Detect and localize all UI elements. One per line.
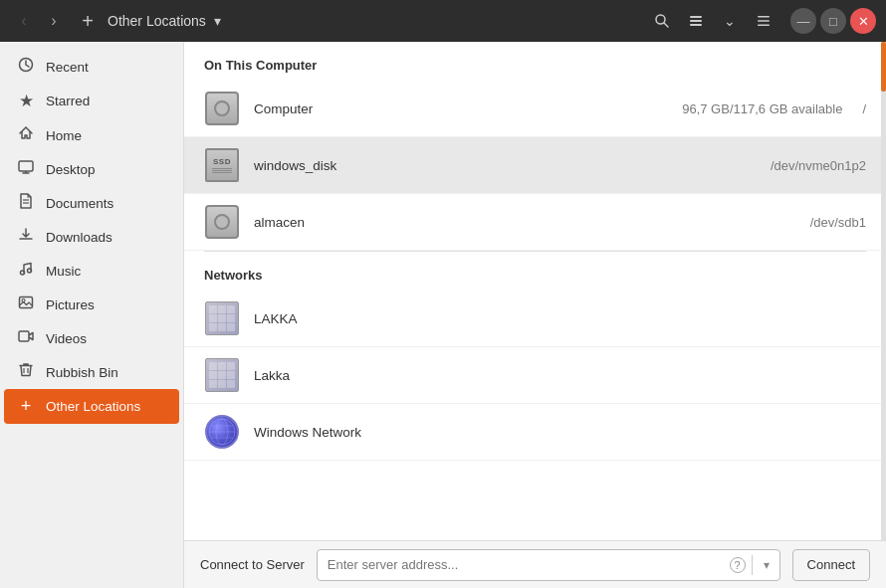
sidebar-item-desktop[interactable]: Desktop (4, 152, 179, 186)
sidebar-item-desktop-label: Desktop (46, 162, 96, 177)
pictures-icon (16, 294, 36, 314)
server-dropdown-button[interactable]: ▾ (753, 551, 780, 579)
lakka-lower-name: Lakka (254, 368, 290, 383)
list-view-button[interactable] (681, 6, 711, 36)
network-grid-icon (205, 301, 239, 335)
windows-network-name: Windows Network (254, 425, 361, 440)
sidebar-item-recent[interactable]: Recent (4, 50, 179, 84)
ssd-line-3 (212, 172, 232, 173)
sort-icon: ⌄ (724, 13, 736, 29)
sidebar-item-pictures-label: Pictures (46, 297, 95, 312)
computer-name: Computer (254, 101, 313, 116)
svg-rect-2 (690, 16, 702, 18)
input-right-buttons: ? ▾ (724, 549, 780, 581)
ssd-line-1 (212, 168, 232, 169)
svg-point-14 (21, 271, 25, 275)
svg-rect-16 (20, 297, 33, 308)
windows-disk-drive-icon: SSD (204, 147, 240, 183)
sidebar-item-home-label: Home (46, 128, 82, 143)
path-breadcrumb: Other Locations ▾ (108, 11, 225, 31)
maximize-button[interactable]: □ (820, 8, 846, 34)
sidebar-item-documents-label: Documents (46, 196, 113, 211)
almacen-hdd-icon-inner (214, 214, 230, 230)
chevron-down-icon: ▾ (764, 558, 770, 572)
svg-rect-9 (19, 161, 33, 171)
forward-button[interactable]: › (40, 7, 68, 35)
starred-icon: ★ (16, 91, 36, 111)
sidebar-item-downloads[interactable]: Downloads (4, 220, 179, 254)
new-tab-button[interactable]: + (74, 7, 102, 35)
search-button[interactable] (647, 6, 677, 36)
lakka-upper-icon (204, 300, 240, 336)
sidebar-item-pictures[interactable]: Pictures (4, 288, 179, 321)
scrollbar-thumb[interactable] (881, 42, 886, 92)
almacen-meta: /dev/sdb1 (810, 215, 866, 230)
hamburger-icon (756, 13, 772, 29)
content-wrapper: On This Computer Computer 96,7 GB/117,6 … (184, 42, 886, 588)
computer-path: / (862, 101, 866, 116)
sidebar-item-documents[interactable]: Documents (4, 186, 179, 220)
connect-button[interactable]: Connect (792, 549, 870, 581)
server-input-wrapper: ? ▾ (317, 549, 780, 581)
computer-size: 96,7 GB/117,6 GB available (682, 101, 842, 116)
almacen-name: almacen (254, 215, 305, 230)
windows-network-row[interactable]: Windows Network (184, 404, 886, 461)
sidebar-item-other-locations-label: Other Locations (46, 399, 140, 414)
sidebar-item-music[interactable]: Music (4, 254, 179, 288)
globe-icon (205, 415, 239, 449)
server-address-input[interactable] (317, 549, 780, 581)
svg-rect-4 (690, 24, 702, 26)
almacen-row[interactable]: almacen /dev/sdb1 (184, 194, 886, 251)
ssd-lines (212, 168, 232, 173)
server-help-button[interactable]: ? (724, 551, 752, 579)
other-locations-icon: + (16, 396, 36, 417)
sidebar-item-music-label: Music (46, 264, 81, 279)
sidebar-item-videos[interactable]: Videos (4, 321, 179, 355)
hdd-icon-inner (214, 100, 230, 116)
menu-button[interactable] (749, 6, 778, 36)
svg-rect-3 (690, 20, 702, 22)
documents-icon (16, 193, 36, 213)
sidebar-item-downloads-label: Downloads (46, 230, 112, 245)
home-icon (16, 125, 36, 145)
sidebar-item-starred-label: Starred (46, 94, 90, 108)
scrollbar-track[interactable] (881, 42, 886, 540)
videos-icon (16, 328, 36, 348)
music-icon (16, 261, 36, 281)
sidebar-item-videos-label: Videos (46, 331, 87, 346)
lakka-lower-row[interactable]: Lakka (184, 347, 886, 404)
path-dropdown-button[interactable]: ▾ (210, 11, 225, 31)
almacen-hdd-icon (205, 205, 239, 239)
list-view-icon (688, 13, 704, 29)
sidebar-item-recent-label: Recent (46, 60, 89, 75)
windows-disk-row[interactable]: SSD windows_disk /dev/nvme0n1p2 (184, 137, 886, 194)
globe-svg (207, 417, 237, 447)
svg-line-1 (664, 23, 668, 27)
minimize-button[interactable]: — (790, 8, 816, 34)
networks-title: Networks (184, 252, 886, 291)
close-button[interactable]: ✕ (850, 8, 876, 34)
svg-rect-5 (758, 16, 770, 18)
window-controls: — □ ✕ (790, 8, 876, 34)
svg-rect-18 (19, 331, 29, 341)
ssd-icon: SSD (205, 148, 239, 182)
sidebar-item-other-locations[interactable]: + Other Locations (4, 389, 179, 424)
lakka-upper-row[interactable]: LAKKA (184, 291, 886, 347)
recent-icon (16, 57, 36, 77)
almacen-path: /dev/sdb1 (810, 215, 866, 230)
question-mark-icon: ? (730, 557, 746, 573)
sort-button[interactable]: ⌄ (715, 6, 745, 36)
bottom-bar: Connect to Server ? ▾ Connect (184, 540, 886, 588)
computer-row[interactable]: Computer 96,7 GB/117,6 GB available / (184, 81, 886, 137)
rubbish-bin-icon (16, 362, 36, 382)
search-icon (654, 13, 670, 29)
svg-rect-6 (758, 20, 770, 22)
sidebar-item-starred[interactable]: ★ Starred (4, 84, 179, 118)
windows-network-icon (204, 414, 240, 450)
sidebar-item-rubbish-bin[interactable]: Rubbish Bin (4, 355, 179, 389)
back-button[interactable]: ‹ (10, 7, 38, 35)
sidebar-item-home[interactable]: Home (4, 118, 179, 152)
content-area: On This Computer Computer 96,7 GB/117,6 … (184, 42, 886, 540)
toolbar-actions: ⌄ (647, 6, 778, 36)
computer-drive-icon (204, 91, 240, 126)
